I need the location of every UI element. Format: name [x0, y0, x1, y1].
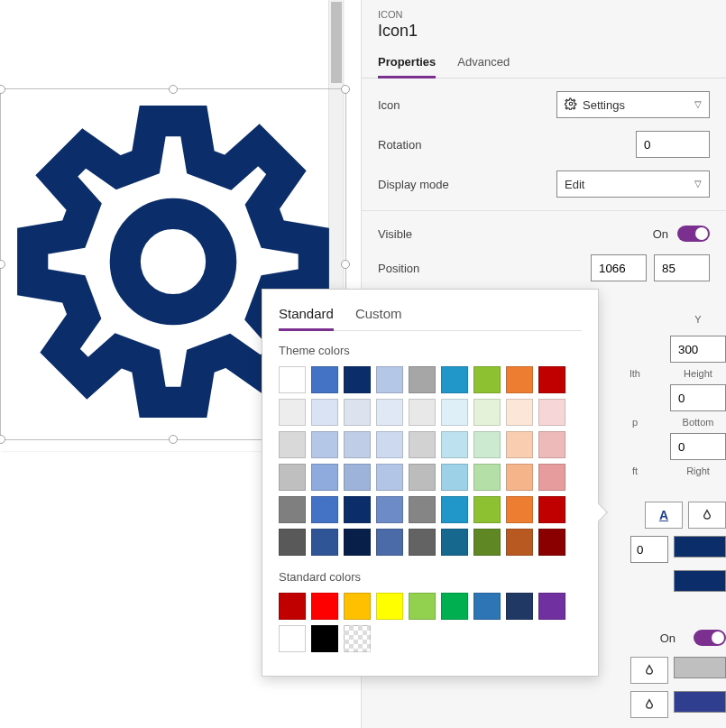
icon-dropdown[interactable]: Settings ▽ — [556, 91, 710, 118]
color-swatch[interactable] — [441, 366, 468, 393]
border-width-input[interactable] — [630, 536, 668, 563]
color-swatch[interactable] — [376, 399, 403, 426]
color-swatch-1[interactable] — [674, 536, 726, 558]
rotation-input[interactable] — [636, 131, 710, 158]
resize-handle-bm[interactable] — [169, 435, 178, 444]
color-swatch[interactable] — [344, 496, 371, 523]
color-swatch[interactable] — [473, 431, 501, 458]
color-swatch[interactable] — [506, 529, 533, 556]
color-swatch[interactable] — [279, 464, 306, 491]
color-swatch[interactable] — [409, 593, 436, 620]
resize-handle-tm[interactable] — [169, 85, 178, 94]
tab-advanced[interactable]: Advanced — [457, 48, 510, 78]
color-swatch[interactable] — [506, 593, 533, 620]
resize-handle-tl[interactable] — [0, 85, 5, 94]
font-color-button[interactable]: A — [645, 502, 683, 529]
tab-standard[interactable]: Standard — [279, 302, 334, 330]
color-swatch[interactable] — [409, 529, 436, 556]
display-mode-label: Display mode — [378, 178, 556, 191]
height-input[interactable] — [670, 336, 726, 363]
fill-button-2[interactable] — [630, 657, 668, 684]
color-swatch[interactable] — [538, 529, 565, 556]
partial-padding-top: p Bottom — [604, 384, 726, 428]
color-swatch[interactable] — [311, 431, 338, 458]
color-swatch[interactable] — [311, 625, 338, 652]
color-swatch[interactable] — [473, 366, 501, 393]
color-swatch[interactable] — [538, 496, 565, 523]
color-swatch[interactable] — [538, 431, 565, 458]
color-swatch[interactable] — [344, 399, 371, 426]
color-swatch-grey[interactable] — [674, 657, 726, 678]
color-swatch[interactable] — [344, 366, 371, 393]
color-swatch[interactable] — [376, 529, 403, 556]
color-swatch[interactable] — [473, 496, 501, 523]
color-swatch[interactable] — [538, 366, 565, 393]
position-x-input[interactable] — [591, 254, 647, 281]
color-swatch[interactable] — [279, 625, 306, 652]
visible-toggle[interactable] — [677, 226, 710, 242]
color-swatch[interactable] — [409, 496, 436, 523]
color-swatch[interactable] — [311, 366, 338, 393]
color-swatch[interactable] — [279, 529, 306, 556]
color-swatch[interactable] — [506, 496, 533, 523]
color-swatch[interactable] — [279, 399, 306, 426]
color-swatch[interactable] — [311, 593, 338, 620]
padding-top-input[interactable] — [670, 384, 726, 411]
color-swatch[interactable] — [473, 593, 501, 620]
fill-button-3[interactable] — [630, 691, 668, 718]
display-mode-dropdown[interactable]: Edit ▽ — [556, 170, 710, 198]
color-swatch[interactable] — [506, 464, 533, 491]
color-swatch[interactable] — [311, 496, 338, 523]
color-swatch[interactable] — [279, 496, 306, 523]
color-swatch[interactable] — [344, 593, 371, 620]
color-swatch[interactable] — [344, 464, 371, 491]
color-swatch[interactable] — [441, 529, 468, 556]
color-swatch[interactable] — [409, 431, 436, 458]
color-swatch-2[interactable] — [674, 570, 726, 592]
color-swatch[interactable] — [279, 593, 306, 620]
color-swatch[interactable] — [538, 399, 565, 426]
color-swatch[interactable] — [473, 529, 501, 556]
color-swatch[interactable] — [409, 464, 436, 491]
color-swatch[interactable] — [376, 593, 403, 620]
color-swatch[interactable] — [441, 464, 468, 491]
color-swatch[interactable] — [376, 366, 403, 393]
toggle-2[interactable] — [694, 630, 726, 646]
color-swatch[interactable] — [441, 496, 468, 523]
tab-properties[interactable]: Properties — [378, 48, 436, 78]
color-swatch[interactable] — [279, 366, 306, 393]
color-swatch[interactable] — [344, 431, 371, 458]
color-swatch[interactable] — [311, 529, 338, 556]
padding-right-input[interactable] — [670, 433, 726, 460]
color-swatch[interactable] — [538, 593, 565, 620]
color-swatch[interactable] — [344, 529, 371, 556]
color-swatch[interactable] — [473, 464, 501, 491]
position-y-input[interactable] — [654, 254, 710, 281]
color-swatch[interactable] — [311, 464, 338, 491]
resize-handle-mr[interactable] — [341, 260, 350, 269]
color-swatch[interactable] — [376, 431, 403, 458]
color-swatch-navy2[interactable] — [674, 691, 726, 713]
color-swatch[interactable] — [538, 464, 565, 491]
color-swatch[interactable] — [441, 593, 468, 620]
color-swatch[interactable] — [506, 366, 533, 393]
popup-tabs: Standard Custom — [279, 302, 582, 331]
color-swatch[interactable] — [506, 399, 533, 426]
color-swatch[interactable] — [441, 431, 468, 458]
color-swatch[interactable] — [409, 399, 436, 426]
resize-handle-tr[interactable] — [341, 85, 350, 94]
scrollbar-thumb[interactable] — [331, 2, 342, 83]
color-swatch[interactable] — [344, 625, 371, 652]
partial-axis-y: Y — [604, 310, 726, 325]
color-swatch[interactable] — [441, 399, 468, 426]
color-swatch[interactable] — [409, 366, 436, 393]
tab-custom[interactable]: Custom — [355, 302, 402, 330]
color-swatch[interactable] — [376, 464, 403, 491]
color-swatch[interactable] — [376, 496, 403, 523]
color-swatch[interactable] — [311, 399, 338, 426]
color-swatch[interactable] — [473, 399, 501, 426]
color-swatch[interactable] — [279, 431, 306, 458]
color-swatch[interactable] — [506, 431, 533, 458]
fill-color-button[interactable] — [688, 502, 726, 529]
resize-handle-ml[interactable] — [0, 260, 5, 269]
